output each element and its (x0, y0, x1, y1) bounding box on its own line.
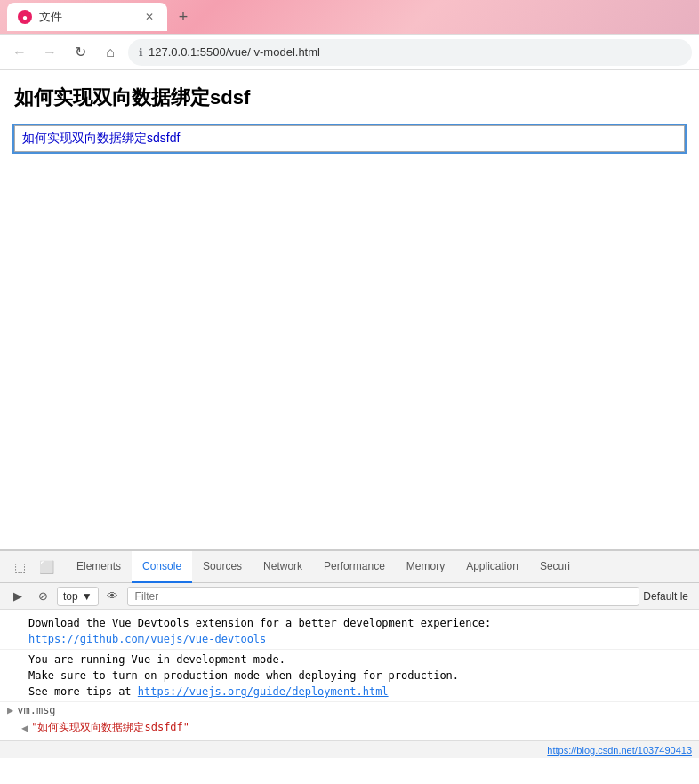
browser-viewport: 如何实现双向数据绑定sdsf (0, 69, 699, 549)
active-tab[interactable]: ● 文件 ✕ (7, 3, 167, 31)
default-level-label: Default le (643, 590, 692, 603)
device-toolbar-button[interactable]: ⬜ (34, 555, 59, 580)
console-output: Download the Vue Devtools extension for … (0, 610, 699, 740)
context-arrow: ▼ (82, 590, 92, 603)
tab-title: 文件 (39, 9, 135, 25)
url-bar[interactable]: ℹ 127.0.0.1:5500/vue/ v-model.html (128, 39, 692, 66)
clear-console-button[interactable]: ▶ (7, 586, 28, 607)
devtools-icon-buttons: ⬚ ⬜ (7, 555, 59, 580)
page-heading: 如何实现双向数据绑定sdsf (14, 84, 685, 111)
devtools-toolbar: ▶ ⊘ top ▼ 👁 Default le (0, 583, 699, 610)
browser-chrome: ● 文件 ✕ + ← → ↻ ⌂ ℹ 127.0.0.1:5500/vue/ v… (0, 0, 699, 69)
favicon-char: ● (22, 12, 28, 22)
status-link[interactable]: https://blog.csdn.net/1037490413 (547, 745, 692, 756)
devtools-tabs: ⬚ ⬜ Elements Console Sources Network Per… (0, 551, 699, 583)
home-button[interactable]: ⌂ (98, 40, 123, 65)
devtools-panel: ⬚ ⬜ Elements Console Sources Network Per… (0, 549, 699, 758)
console-message-devmode: You are running Vue in development mode.… (28, 652, 692, 700)
tab-elements[interactable]: Elements (66, 551, 132, 583)
address-bar: ← → ↻ ⌂ ℹ 127.0.0.1:5500/vue/ v-model.ht… (0, 34, 699, 69)
context-value: top (63, 590, 78, 603)
secure-icon: ℹ (139, 46, 143, 59)
deployment-link[interactable]: https://vuejs.org/guide/deployment.html (138, 685, 389, 698)
reload-button[interactable]: ↻ (68, 40, 92, 65)
vm-msg-expand[interactable]: ▶ vm.msg (0, 702, 699, 718)
status-bar: https://blog.csdn.net/1037490413 (0, 740, 699, 758)
tab-bar: ● 文件 ✕ + (0, 0, 699, 34)
tab-close-button[interactable]: ✕ (142, 10, 157, 24)
tab-sources[interactable]: Sources (192, 551, 253, 583)
v-model-input[interactable] (14, 125, 685, 152)
tab-favicon: ● (18, 10, 32, 24)
tab-performance[interactable]: Performance (313, 551, 396, 583)
url-text: 127.0.0.1:5500/vue/ v-model.html (149, 45, 320, 59)
tab-application[interactable]: Application (455, 551, 529, 583)
vm-msg-value-row: ◀ "如何实现双向数据绑定sdsfdf" (0, 718, 699, 737)
console-message-devtools: Download the Vue Devtools extension for … (28, 615, 692, 647)
inspect-element-button[interactable]: ⬚ (7, 555, 32, 580)
block-button[interactable]: ⊘ (32, 586, 53, 607)
back-button[interactable]: ← (7, 40, 32, 65)
tab-security[interactable]: Securi (529, 551, 581, 583)
tab-console[interactable]: Console (132, 551, 192, 583)
tab-network[interactable]: Network (253, 551, 313, 583)
devtools-link[interactable]: https://github.com/vuejs/vue-devtools (28, 633, 266, 645)
vm-msg-value: "如何实现双向数据绑定sdsfdf" (31, 720, 189, 735)
eye-button[interactable]: 👁 (102, 586, 124, 607)
context-selector[interactable]: top ▼ (57, 587, 99, 606)
vm-msg-label: vm.msg (17, 704, 55, 716)
tab-memory[interactable]: Memory (396, 551, 455, 583)
console-line-devmode: You are running Vue in development mode.… (0, 650, 699, 702)
filter-input[interactable] (127, 587, 640, 606)
forward-button[interactable]: → (37, 40, 62, 65)
collapse-arrow: ◀ (21, 722, 28, 734)
expand-arrow: ▶ (7, 704, 13, 716)
new-tab-button[interactable]: + (171, 4, 196, 29)
console-line-devtools: Download the Vue Devtools extension for … (0, 613, 699, 650)
